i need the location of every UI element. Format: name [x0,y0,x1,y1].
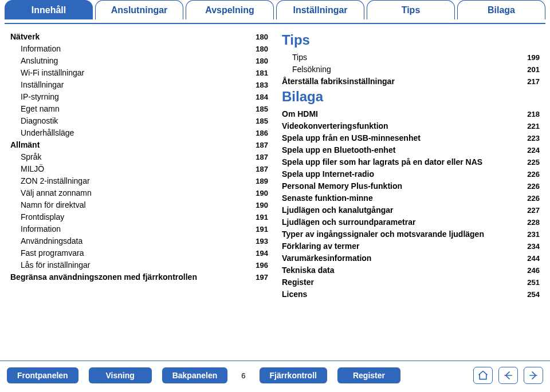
toc-page: 185 [256,116,268,127]
visning-button[interactable]: Visning [89,367,152,383]
tab-inställningar[interactable]: Inställningar [276,0,364,19]
toc-entry[interactable]: Namn för direktval190 [10,199,268,211]
toc-entry[interactable]: Felsökning201 [282,64,540,76]
content-columns: Nätverk180Information180Anslutning180Wi-… [0,31,550,300]
toc-entry[interactable]: Begränsa användningszonen med fjärrkontr… [10,271,268,283]
toc-page: 226 [527,181,540,192]
toc-entry[interactable]: Spela upp från en USB-minnesenhet223 [282,132,540,144]
toc-entry[interactable]: Information191 [10,223,268,235]
toc-entry[interactable]: Personal Memory Plus-funktion226 [282,180,540,192]
toc-label: Förklaring av termer [282,240,364,252]
toc-page: 224 [527,145,540,156]
toc-entry[interactable]: Ljudlägen och kanalutgångar227 [282,204,540,216]
tab-tips[interactable]: Tips [367,0,455,19]
toc-label: ZON 2-inställningar [21,175,95,187]
toc-entry[interactable]: Senaste funktion-minne226 [282,192,540,204]
bakpanelen-button[interactable]: Bakpanelen [162,367,228,383]
toc-label: Videokonverteringsfunktion [282,120,393,132]
toc-page: 187 [256,164,268,175]
toc-entry[interactable]: Nätverk180 [10,31,268,43]
toc-entry[interactable]: Information180 [10,43,268,55]
toc-page: 191 [256,212,268,223]
toc-label: Återställa fabriksinställningar [282,76,399,88]
toc-page: 187 [256,152,268,163]
toc-entry[interactable]: Wi-Fi inställningar181 [10,67,268,79]
toc-entry[interactable]: Frontdisplay191 [10,211,268,223]
toc-entry[interactable]: Välj annat zonnamn190 [10,187,268,199]
toc-entry[interactable]: Spela upp en Bluetooth-enhet224 [282,144,540,156]
toc-entry[interactable]: Anslutning180 [10,55,268,67]
toc-label: Språk [21,151,46,163]
toc-label: Begränsa användningszonen med fjärrkontr… [10,271,202,283]
toc-entry[interactable]: IP-styrning184 [10,91,268,103]
toc-page: 199 [527,52,540,64]
toc-label: Ljudlägen och kanalutgångar [282,204,398,216]
toc-entry[interactable]: Videokonverteringsfunktion221 [282,120,540,132]
toc-page: 189 [256,176,268,187]
toc-entry[interactable]: Spela upp Internet-radio226 [282,168,540,180]
toc-page: 251 [527,277,540,288]
toc-label: Personal Memory Plus-funktion [282,180,407,192]
toc-label: Licens [282,288,312,300]
toc-page: 184 [256,92,268,103]
toc-entry[interactable]: Tekniska data246 [282,264,540,276]
toc-entry[interactable]: Typer av ingångssignaler och motsvarande… [282,228,540,240]
register-button[interactable]: Register [337,367,400,383]
tab-avspelning[interactable]: Avspelning [186,0,274,19]
toc-label: Tips [292,52,312,64]
toc-page: 185 [256,104,268,115]
toc-entry[interactable]: Språk187 [10,151,268,163]
frontpanelen-button[interactable]: Frontpanelen [7,367,78,383]
toc-entry[interactable]: Återställa fabriksinställningar217 [282,76,540,88]
toc-page: 225 [527,157,540,168]
toc-label: Typer av ingångssignaler och motsvarande… [282,228,489,240]
tab-bilaga[interactable]: Bilaga [457,0,545,19]
toc-label: Eget namn [21,103,64,115]
toc-entry[interactable]: Förklaring av termer234 [282,240,540,252]
toc-page: 191 [256,224,268,235]
toc-entry[interactable]: Lås för inställningar196 [10,259,268,271]
toc-entry[interactable]: Spela upp filer som har lagrats på en da… [282,156,540,168]
tab-anslutningar[interactable]: Anslutningar [95,0,183,19]
toc-entry[interactable]: Fast programvara194 [10,247,268,259]
prev-icon[interactable] [498,367,518,384]
toc-entry[interactable]: Underhållsläge186 [10,127,268,139]
toc-entry[interactable]: Tips199 [282,52,540,64]
toc-page: 226 [527,169,540,180]
toc-page: 231 [527,229,540,240]
toc-page: 190 [256,200,268,211]
toc-page: 201 [527,64,540,76]
toc-page: 181 [256,68,268,79]
toc-entry[interactable]: MILJÖ187 [10,163,268,175]
toc-page: 196 [256,260,268,271]
toc-entry[interactable]: Licens254 [282,288,540,300]
toc-page: 246 [527,265,540,276]
toc-entry[interactable]: Eget namn185 [10,103,268,115]
toc-entry[interactable]: Register251 [282,276,540,288]
toc-label: Om HDMI [282,108,323,120]
toc-label: Spela upp en Bluetooth-enhet [282,144,400,156]
fjarrkontroll-button[interactable]: Fjärrkontroll [260,367,327,383]
toc-entry[interactable]: Om HDMI218 [282,108,540,120]
toc-label: Spela upp filer som har lagrats på en da… [282,156,487,168]
next-icon[interactable] [524,367,543,384]
tab-innehåll[interactable]: Innehåll [5,0,93,19]
section-heading: Tips [282,32,540,48]
toc-entry[interactable]: ZON 2-inställningar189 [10,175,268,187]
toc-entry[interactable]: Allmänt187 [10,139,268,151]
toc-label: Diagnostik [21,115,62,127]
toc-label: Senaste funktion-minne [282,192,378,204]
toc-entry[interactable]: Användningsdata193 [10,235,268,247]
toc-label: Underhållsläge [21,127,78,139]
toc-entry[interactable]: Ljudlägen och surroundparametrar228 [282,216,540,228]
section-heading: Bilaga [282,89,540,105]
toc-page: 183 [256,80,268,91]
toc-entry[interactable]: Inställningar183 [10,79,268,91]
toc-page: 190 [256,188,268,199]
toc-page: 218 [527,109,540,120]
toc-entry[interactable]: Diagnostik185 [10,115,268,127]
toc-label: Användningsdata [21,235,87,247]
toc-page: 194 [256,248,268,259]
home-icon[interactable] [473,367,493,384]
toc-entry[interactable]: Varumärkesinformation244 [282,252,540,264]
